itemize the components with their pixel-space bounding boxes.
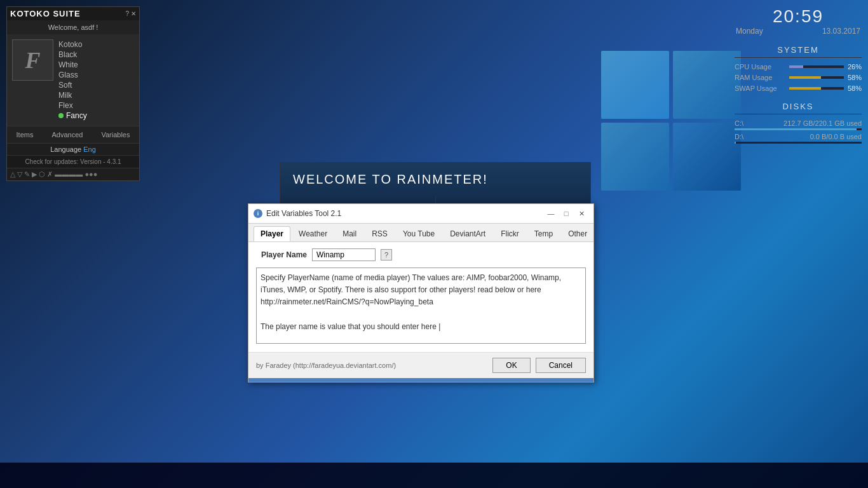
- field-label: Player Name: [256, 250, 307, 259]
- dialog-minimize-btn[interactable]: —: [544, 208, 558, 219]
- tab-player[interactable]: Player: [254, 226, 290, 241]
- dialog-field-row: Player Name ?: [256, 248, 586, 261]
- tab-rss[interactable]: RSS: [365, 226, 395, 241]
- description-textarea[interactable]: Specify PlayerName (name of media player…: [256, 268, 586, 344]
- dialog-bottom-bar: [248, 378, 593, 382]
- dialog-title-text: Edit Variables Tool 2.1: [266, 209, 341, 218]
- dialog-maximize-btn[interactable]: □: [559, 208, 573, 219]
- tab-other[interactable]: Other: [561, 226, 594, 241]
- tab-temp[interactable]: Temp: [527, 226, 560, 241]
- edit-variables-dialog: i Edit Variables Tool 2.1 — □ ✕ Player W…: [248, 203, 594, 383]
- field-help-btn[interactable]: ?: [381, 249, 392, 261]
- dialog-icon-letter: i: [257, 210, 259, 217]
- dialog-content: Player Name ? Specify PlayerName (name o…: [248, 242, 593, 352]
- player-name-input[interactable]: [312, 248, 376, 261]
- dialog-overlay: i Edit Variables Tool 2.1 — □ ✕ Player W…: [0, 0, 868, 488]
- tab-weather[interactable]: Weather: [292, 226, 334, 241]
- dialog-title-bar: i Edit Variables Tool 2.1 — □ ✕: [248, 204, 593, 224]
- dialog-cancel-btn[interactable]: Cancel: [536, 358, 586, 373]
- dialog-footer-buttons: OK Cancel: [492, 358, 586, 373]
- tab-youtube[interactable]: You Tube: [396, 226, 442, 241]
- footer-text: by Faradey (http://faradeyua.deviantart.…: [256, 362, 396, 369]
- dialog-tabs: Player Weather Mail RSS You Tube Deviant…: [248, 224, 593, 242]
- dialog-title-btns: — □ ✕: [544, 208, 588, 219]
- tab-deviantart[interactable]: DeviantArt: [443, 226, 492, 241]
- textarea-container: Specify PlayerName (name of media player…: [256, 268, 586, 346]
- dialog-footer-attribution: by Faradey (http://faradeyua.deviantart.…: [256, 362, 396, 369]
- tab-flickr[interactable]: Flickr: [494, 226, 526, 241]
- dialog-close-btn[interactable]: ✕: [574, 208, 588, 219]
- dialog-icon: i: [254, 209, 262, 218]
- dialog-ok-btn[interactable]: OK: [492, 358, 530, 373]
- dialog-footer: by Faradey (http://faradeyua.deviantart.…: [248, 352, 593, 378]
- dialog-title-left: i Edit Variables Tool 2.1: [254, 209, 341, 218]
- taskbar: [0, 463, 868, 488]
- tab-mail[interactable]: Mail: [336, 226, 363, 241]
